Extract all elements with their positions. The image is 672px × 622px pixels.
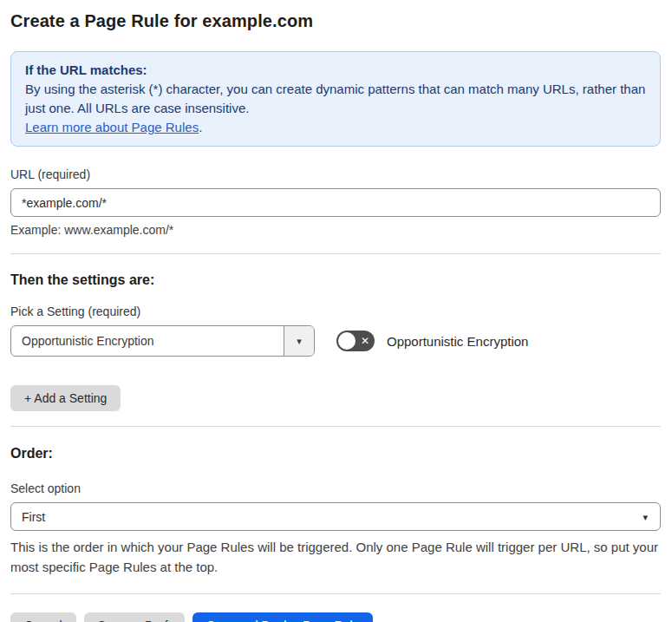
url-field-label: URL (required) [10,167,661,181]
toggle-knob [338,332,356,350]
settings-section-heading: Then the settings are: [10,272,661,288]
cancel-button[interactable]: Cancel [10,612,76,622]
info-box-link-line: Learn more about Page Rules. [25,118,646,137]
order-section-heading: Order: [10,446,661,462]
setting-row: Opportunistic Encryption ▾ ✕ Opportunist… [10,325,661,357]
footer-actions: Cancel Save as Draft Save and Deploy Pag… [10,612,661,622]
chevron-down-icon: ▾ [643,512,648,521]
url-example-helper: Example: www.example.com/* [10,223,661,237]
order-helper-text: This is the order in which your Page Rul… [10,537,661,577]
save-and-deploy-button[interactable]: Save and Deploy Page Rule [192,612,373,622]
opportunistic-encryption-toggle[interactable]: ✕ [336,331,375,351]
footer-divider [10,593,661,594]
url-input[interactable] [10,188,661,217]
chevron-down-icon: ▾ [297,337,302,346]
link-suffix: . [199,120,202,134]
page-rule-form: Create a Page Rule for example.com If th… [0,0,672,622]
save-as-draft-button[interactable]: Save as Draft [84,612,186,622]
add-setting-button[interactable]: + Add a Setting [10,385,121,411]
info-box-heading: If the URL matches: [25,61,646,80]
section-divider [10,426,661,427]
toggle-off-x-icon: ✕ [361,336,369,346]
order-select-label: Select option [10,481,661,495]
order-select-value: First [22,510,45,524]
page-title: Create a Page Rule for example.com [10,11,661,31]
setting-dropdown-button[interactable]: ▾ [284,326,314,356]
info-box-body: By using the asterisk (*) character, you… [25,80,646,118]
pick-setting-label: Pick a Setting (required) [10,304,661,318]
url-matches-info-box: If the URL matches: By using the asteris… [10,51,661,147]
order-select[interactable]: First ▾ [10,502,661,531]
setting-dropdown[interactable]: Opportunistic Encryption ▾ [10,325,315,357]
section-divider [10,253,661,254]
toggle-label: Opportunistic Encryption [387,334,528,349]
learn-more-link[interactable]: Learn more about Page Rules [25,120,199,134]
setting-dropdown-value: Opportunistic Encryption [11,326,284,356]
